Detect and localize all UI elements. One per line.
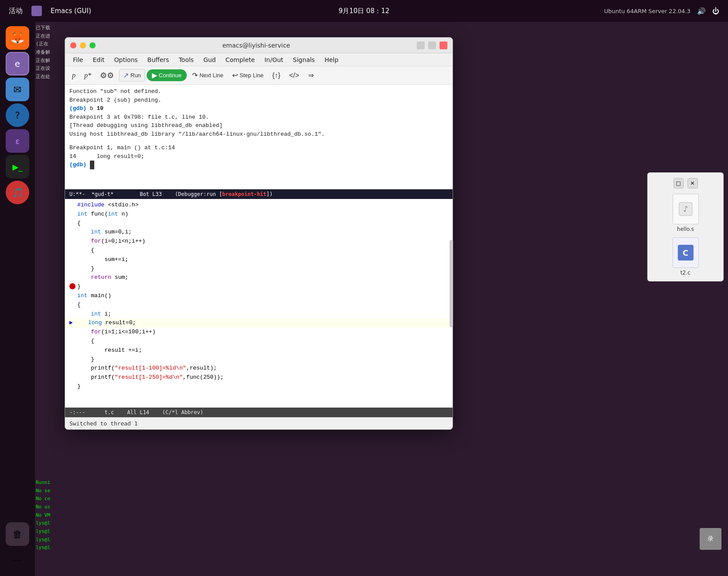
volume-icon[interactable]: 🔊 [697, 7, 706, 15]
menu-inout[interactable]: In/Out [260, 55, 288, 65]
dock-emacs2[interactable]: ε [6, 129, 29, 153]
music-file-svg: ♪ [677, 200, 694, 218]
emacs-window: emacs@liyishi-service File Edit Options … [65, 37, 453, 430]
code-brace2: { [77, 246, 94, 255]
btn-print-next[interactable]: p* [81, 70, 95, 81]
btn-run[interactable]: ↗ Run [119, 69, 145, 82]
menu-options[interactable]: Options [110, 55, 142, 65]
window-title: emacs@liyishi-service [222, 42, 290, 49]
menu-bar: File Edit Options Buffers Tools Gud Comp… [65, 53, 453, 66]
status-bar: Switched to thread 1 [65, 417, 453, 429]
window-controls [70, 42, 96, 48]
sidebar-line-1: 已下载 [36, 24, 66, 32]
gdb-line-4: Breakpoint 3 at 0x798: file t.c, line 10… [69, 113, 448, 122]
title-restore-icon[interactable] [428, 41, 436, 49]
gdb-line-1: Function "sub" not defined. [69, 87, 448, 96]
menu-file[interactable]: File [69, 55, 87, 65]
code-line-return: return sum; [65, 273, 453, 282]
gdb-line-7: Breakpoint 1, main () at t.c:14 [69, 144, 448, 152]
panel-expand-btn[interactable]: □ [673, 178, 684, 189]
gdb-line-2: Breakpoint 2 (sub) pending. [69, 96, 448, 105]
code-line-include: #include <stdio.h> [65, 201, 453, 210]
code-line-int-i: int i; [65, 310, 453, 319]
power-icon[interactable]: ⏻ [712, 7, 719, 15]
title-close-icon[interactable] [440, 41, 447, 49]
code-line-brace3: } [65, 264, 453, 274]
btn-next-line[interactable]: ↷ Next Line [189, 69, 227, 81]
scrollbar-thumb[interactable] [450, 240, 453, 327]
minimize-button[interactable] [80, 42, 86, 48]
gdb-line-6: Using host libthread_db library "/lib/aa… [69, 130, 448, 139]
code-line-func-decl: int func(int n) [65, 210, 453, 219]
file-t2-c[interactable]: C t2.c [673, 237, 699, 276]
activities-label[interactable]: 活动 [9, 7, 23, 16]
btn-watch[interactable]: ⚙⚙ [96, 69, 117, 82]
btn-finish[interactable]: </> [285, 70, 302, 81]
gdb-line-9: (gdb) [69, 161, 448, 169]
file-hello-s[interactable]: ♪ hello.s [673, 194, 699, 232]
btn-print-prev[interactable]: p [69, 70, 79, 81]
title-bar: emacs@liyishi-service [65, 38, 453, 53]
top-bar: 活动 Emacs (GUI) 9月10日 08：12 Ubuntu 64ARM … [0, 0, 728, 22]
continue2-icon: ⇒ [308, 71, 314, 79]
app-icon [31, 6, 42, 16]
terminal-line-nose: No se [36, 487, 66, 495]
continue-label: Continue [159, 72, 182, 79]
code-line-for-end: } [65, 355, 453, 364]
btn-continue2[interactable]: ⇒ [305, 69, 317, 81]
code-line-printf2: printf("result[1-250]=%d\n",func(250)); [65, 373, 453, 382]
code-line-result-inc: result +=i; [65, 346, 453, 355]
title-bar-right-controls [417, 41, 447, 49]
btn-continue[interactable]: ▶ Continue [147, 69, 187, 81]
menu-edit[interactable]: Edit [88, 55, 109, 65]
btn-up[interactable]: {↑} [269, 70, 284, 81]
dock-trash[interactable]: 🗑 [6, 522, 29, 546]
dock-music[interactable]: 🎵 [6, 181, 29, 204]
dock-help[interactable]: ? [6, 103, 29, 127]
code-line-brace1: { [65, 219, 453, 228]
code-result-decl: long result=0; [75, 319, 136, 328]
close-button[interactable] [70, 42, 76, 48]
datetime-label: 9月10日 08：12 [339, 7, 390, 15]
terminal-line-novm: No VM [36, 511, 66, 520]
panel-close-btn[interactable]: ✕ [687, 178, 698, 189]
code-pane: #include <stdio.h> int func(int n) { int… [65, 199, 453, 408]
maximize-button[interactable] [89, 42, 96, 48]
breakpoint-marker [69, 283, 76, 289]
gdb-prompt-1: (gdb) [69, 105, 86, 112]
menu-complete[interactable]: Complete [221, 55, 259, 65]
t2-c-icon-img: C [673, 237, 699, 268]
dock-emacs[interactable]: e [6, 52, 29, 75]
code-line-main-decl: int main() [65, 291, 453, 301]
menu-buffers[interactable]: Buffers [143, 55, 174, 65]
gdb-prompt-2: (gdb) [69, 161, 86, 168]
menu-help[interactable]: Help [320, 55, 343, 65]
terminal-lines-area: Runni No se No co No us No VM lys@l lys@… [36, 479, 66, 552]
code-int-i: int i; [77, 310, 111, 319]
code-main-end: } [77, 382, 81, 391]
top-bar-left: 活动 Emacs (GUI) [9, 6, 91, 16]
mode-line-pos: Bot L33 [140, 191, 162, 197]
menu-signals[interactable]: Signals [288, 55, 319, 65]
code-func-decl: int func(int n) [77, 210, 128, 219]
dock-apps[interactable]: ⋯ [6, 548, 29, 572]
next-line-label: Next Line [199, 72, 223, 79]
server-label: Ubuntu 64ARM Server 22.04.3 [604, 8, 690, 14]
record-button[interactable]: 录 [700, 528, 721, 550]
dock-firefox[interactable]: 🦊 [6, 26, 29, 50]
sidebar-line-3: (正在 [36, 40, 66, 48]
code-result-inc: result +=i; [77, 346, 142, 355]
menu-gud[interactable]: Gud [199, 55, 220, 65]
btn-step-line[interactable]: ↩ Step Line [229, 69, 267, 81]
dock-terminal[interactable]: ▶_ [6, 155, 29, 178]
title-minimize-icon[interactable] [417, 41, 425, 49]
record-label: 录 [707, 535, 714, 543]
menu-tools[interactable]: Tools [174, 55, 198, 65]
code-line-for-brace: { [65, 337, 453, 346]
code-sum-decl: int sum=0,i; [77, 228, 132, 237]
code-line-brace2: { [65, 246, 453, 255]
dock-mail[interactable]: ✉ [6, 78, 29, 101]
mode-position: All L14 [127, 409, 149, 415]
toolbar: p p* ⚙⚙ ↗ Run ▶ Continue ↷ Next Line ↩ S… [65, 66, 453, 85]
code-line-for1: for(i=0;i<n;i++) [65, 237, 453, 246]
